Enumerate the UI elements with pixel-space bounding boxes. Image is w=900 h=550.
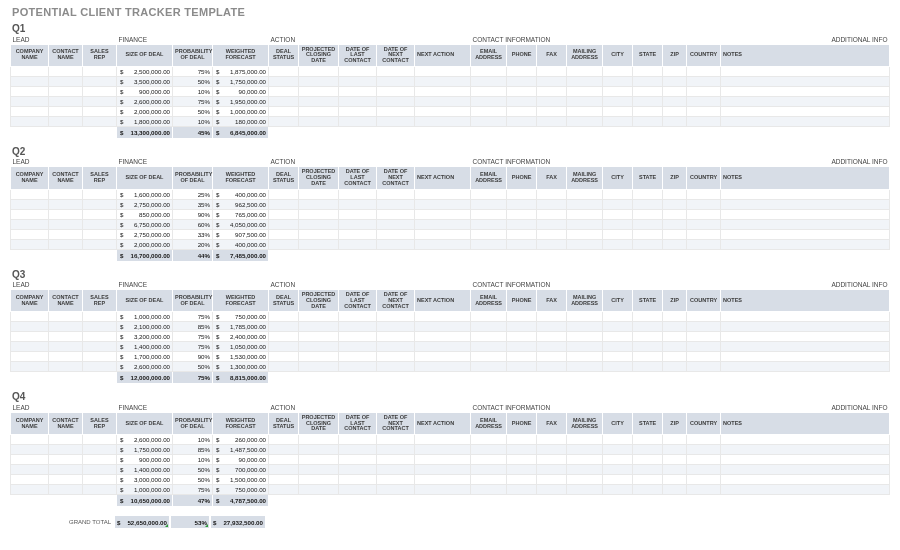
- cell-phone[interactable]: [507, 116, 537, 126]
- cell-status[interactable]: [269, 199, 299, 209]
- cell-country[interactable]: [687, 312, 721, 322]
- cell-rep[interactable]: [83, 445, 117, 455]
- cell-nexta[interactable]: [415, 362, 471, 372]
- cell-rep[interactable]: [83, 199, 117, 209]
- cell-phone[interactable]: [507, 342, 537, 352]
- cell-last[interactable]: [339, 465, 377, 475]
- cell-size[interactable]: $1,800,000.00: [117, 116, 173, 126]
- cell-status[interactable]: [269, 66, 299, 76]
- col-city[interactable]: CITY: [603, 167, 633, 189]
- cell-zip[interactable]: [663, 76, 687, 86]
- cell-rep[interactable]: [83, 465, 117, 475]
- cell-size[interactable]: $2,000,000.00: [117, 106, 173, 116]
- cell-phone[interactable]: [507, 485, 537, 495]
- cell-mail[interactable]: [567, 116, 603, 126]
- cell-size[interactable]: $2,000,000.00: [117, 239, 173, 249]
- cell-fax[interactable]: [537, 96, 567, 106]
- cell-company[interactable]: [11, 455, 49, 465]
- cell-company[interactable]: [11, 229, 49, 239]
- col-notes[interactable]: NOTES: [721, 412, 890, 434]
- cell-zip[interactable]: [663, 189, 687, 199]
- cell-size[interactable]: $850,000.00: [117, 209, 173, 219]
- cell-last[interactable]: [339, 76, 377, 86]
- cell-close[interactable]: [299, 219, 339, 229]
- cell-notes[interactable]: [721, 219, 890, 229]
- col-country[interactable]: COUNTRY: [687, 167, 721, 189]
- cell-rep[interactable]: [83, 342, 117, 352]
- cell-nextc[interactable]: [377, 312, 415, 322]
- cell-nextc[interactable]: [377, 485, 415, 495]
- cell-zip[interactable]: [663, 116, 687, 126]
- cell-city[interactable]: [603, 106, 633, 116]
- cell-fax[interactable]: [537, 312, 567, 322]
- cell-nexta[interactable]: [415, 332, 471, 342]
- cell-fcst[interactable]: $1,500,000.00: [213, 475, 269, 485]
- col-rep[interactable]: SALES REP: [83, 167, 117, 189]
- cell-state[interactable]: [633, 352, 663, 362]
- cell-size[interactable]: $1,750,000.00: [117, 445, 173, 455]
- cell-country[interactable]: [687, 475, 721, 485]
- cell-email[interactable]: [471, 465, 507, 475]
- cell-notes[interactable]: [721, 485, 890, 495]
- cell-mail[interactable]: [567, 455, 603, 465]
- cell-close[interactable]: [299, 342, 339, 352]
- cell-nextc[interactable]: [377, 106, 415, 116]
- cell-notes[interactable]: [721, 116, 890, 126]
- cell-city[interactable]: [603, 465, 633, 475]
- cell-mail[interactable]: [567, 342, 603, 352]
- col-close[interactable]: PROJECTED CLOSING DATE: [299, 167, 339, 189]
- cell-nexta[interactable]: [415, 352, 471, 362]
- cell-zip[interactable]: [663, 219, 687, 229]
- col-contact[interactable]: CONTACT NAME: [49, 412, 83, 434]
- cell-country[interactable]: [687, 332, 721, 342]
- cell-last[interactable]: [339, 475, 377, 485]
- cell-fcst[interactable]: $1,050,000.00: [213, 342, 269, 352]
- cell-fcst[interactable]: $1,530,000.00: [213, 352, 269, 362]
- cell-state[interactable]: [633, 312, 663, 322]
- cell-size[interactable]: $2,600,000.00: [117, 435, 173, 445]
- cell-country[interactable]: [687, 485, 721, 495]
- cell-notes[interactable]: [721, 96, 890, 106]
- cell-state[interactable]: [633, 445, 663, 455]
- cell-city[interactable]: [603, 485, 633, 495]
- cell-status[interactable]: [269, 229, 299, 239]
- col-nextc[interactable]: DATE OF NEXT CONTACT: [377, 44, 415, 66]
- cell-status[interactable]: [269, 219, 299, 229]
- col-zip[interactable]: ZIP: [663, 167, 687, 189]
- cell-size[interactable]: $1,600,000.00: [117, 189, 173, 199]
- cell-fax[interactable]: [537, 116, 567, 126]
- cell-nexta[interactable]: [415, 485, 471, 495]
- col-phone[interactable]: PHONE: [507, 44, 537, 66]
- cell-notes[interactable]: [721, 86, 890, 96]
- cell-nexta[interactable]: [415, 445, 471, 455]
- col-nexta[interactable]: NEXT ACTION: [415, 44, 471, 66]
- cell-company[interactable]: [11, 435, 49, 445]
- cell-phone[interactable]: [507, 189, 537, 199]
- cell-rep[interactable]: [83, 332, 117, 342]
- cell-mail[interactable]: [567, 86, 603, 96]
- cell-status[interactable]: [269, 332, 299, 342]
- cell-size[interactable]: $3,500,000.00: [117, 76, 173, 86]
- cell-contact[interactable]: [49, 435, 83, 445]
- cell-nextc[interactable]: [377, 199, 415, 209]
- cell-close[interactable]: [299, 199, 339, 209]
- col-fax[interactable]: FAX: [537, 167, 567, 189]
- cell-city[interactable]: [603, 66, 633, 76]
- col-mail[interactable]: MAILING ADDRESS: [567, 44, 603, 66]
- cell-zip[interactable]: [663, 332, 687, 342]
- cell-status[interactable]: [269, 96, 299, 106]
- col-status[interactable]: DEAL STATUS: [269, 167, 299, 189]
- cell-prob[interactable]: 85%: [173, 445, 213, 455]
- cell-contact[interactable]: [49, 332, 83, 342]
- cell-state[interactable]: [633, 465, 663, 475]
- cell-state[interactable]: [633, 455, 663, 465]
- cell-mail[interactable]: [567, 352, 603, 362]
- cell-close[interactable]: [299, 435, 339, 445]
- cell-email[interactable]: [471, 362, 507, 372]
- cell-email[interactable]: [471, 199, 507, 209]
- cell-phone[interactable]: [507, 475, 537, 485]
- cell-country[interactable]: [687, 189, 721, 199]
- cell-mail[interactable]: [567, 332, 603, 342]
- cell-rep[interactable]: [83, 312, 117, 322]
- col-close[interactable]: PROJECTED CLOSING DATE: [299, 412, 339, 434]
